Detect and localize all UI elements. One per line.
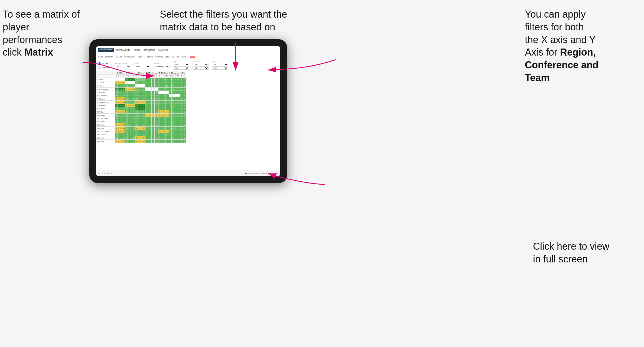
table-row: 6. C Lamprecht 300-16 24124 3000 1106 03… — [96, 94, 186, 97]
region-label: Region — [173, 61, 189, 63]
toolbar-refresh[interactable]: ⟳ — [104, 172, 106, 174]
players-select2[interactable]: (All) — [212, 66, 228, 70]
annotation-topmid-text: Select the filters you want the matrix d… — [160, 9, 287, 33]
sub-dif5: Dif — [165, 75, 169, 78]
sub-t1: T — [120, 75, 122, 78]
toolbar-view[interactable]: 📷 View: Original — [245, 172, 258, 174]
annotation-team-bold: Team — [525, 72, 549, 83]
region-select1[interactable]: N/A — [173, 63, 189, 66]
app-logo: SCOREBOARD Powered by clippd — [98, 48, 114, 52]
sub-t3: T — [140, 75, 142, 78]
table-row: 4. M Thorbjornsen 1002 0101 1001 0101 01… — [96, 88, 186, 91]
toolbar-settings[interactable]: ⚙ — [110, 172, 112, 174]
col-gsa: 7. G Sa — [180, 71, 186, 75]
annotation-bottomright: Click here to view in full screen — [533, 240, 628, 266]
table-row: 13. J Skov Olesen 110-3 210-15 1001 220-… — [96, 117, 186, 120]
gender-label: Gender — [134, 63, 150, 65]
table-row: 11. M Ege 0101 0100 1001 0100 0301 0104 … — [96, 110, 186, 114]
gender-select[interactable]: Men's — [134, 65, 150, 68]
sub-t4: T — [152, 75, 155, 78]
gender-group: Gender Men's — [134, 63, 150, 68]
nav-rankings[interactable]: RANKINGS — [158, 49, 168, 51]
sub-t2: T — [130, 75, 132, 78]
nav-tournaments[interactable]: TOURNAMENTS — [116, 49, 131, 51]
subnav-summary2[interactable]: Summary — [155, 56, 163, 58]
sub-t5: T — [163, 75, 165, 78]
division-select[interactable]: NCAA Division I — [154, 65, 170, 68]
toolbar-watch[interactable]: 👁 Watch ▾ — [259, 172, 267, 174]
col-mthorbjornsen: 4. M Thorbjornsen — [145, 71, 158, 75]
toolbar-undo[interactable]: ↩ — [98, 172, 100, 174]
view-options: Full View Compact View — [98, 62, 111, 69]
compact-view-label[interactable]: Compact View — [98, 66, 111, 69]
sub-dif4: Dif — [154, 75, 158, 78]
players-group: Players (All) (All) — [212, 61, 228, 70]
subnav-teams[interactable]: Teams — [98, 56, 103, 58]
subnav-h2h-grid[interactable]: H2H Grid — [115, 56, 122, 58]
sub-w3: W — [135, 75, 138, 78]
sub-l3: L — [138, 75, 140, 78]
annotation-topleft-text: To see a matrix of player performances c… — [3, 9, 80, 58]
logo-powered: Powered by clippd — [99, 50, 113, 52]
compact-view-radio[interactable] — [98, 66, 101, 69]
sub-w6: W — [169, 75, 171, 78]
subnav-h2h-h[interactable]: H2H H... — [181, 56, 188, 58]
max-players-label: Max players in view — [115, 63, 131, 65]
table-row: 1. W Ding 12011 110-2 12017 1300 01013 0… — [96, 78, 186, 81]
subnav-players[interactable]: Players — [147, 56, 153, 58]
toolbar-grid[interactable]: ⊞▾ — [269, 172, 271, 174]
sub-l6: L — [171, 75, 174, 78]
division-group: Division NCAA Division I — [154, 63, 170, 68]
sub-dif1: Dif — [122, 75, 125, 78]
table-row: 5. M La Sasso 1006 1101 1010 1014 1031 0… — [96, 91, 186, 94]
full-view-radio[interactable] — [98, 62, 101, 65]
sub-l5: L — [161, 75, 163, 78]
subnav-h2h-heatmap[interactable]: H2H Heatmap — [124, 56, 135, 58]
toolbar-share[interactable]: ⤴ Share — [272, 172, 278, 174]
sub-l4: L — [149, 75, 152, 78]
conference-select2[interactable]: (All) — [193, 66, 209, 70]
conference-select1[interactable]: (All) — [193, 63, 209, 66]
annotation-conference-bold: Conference and — [525, 59, 599, 70]
sub-l2: L — [128, 75, 130, 78]
annotation-topright-text: You can apply filters for both the X axi… — [525, 9, 599, 83]
table-row: 12. M Riedel 110-6 1101 1001 0100 0300 0… — [96, 114, 186, 117]
col-lclanton: 2. L Clanton — [125, 71, 135, 75]
region-group: Region N/A N/A — [173, 61, 189, 70]
max-players-select[interactable]: Top 25 — [115, 65, 131, 68]
sub-w5: W — [158, 75, 161, 78]
region-select2[interactable]: N/A — [173, 66, 189, 70]
conference-label: Conference — [193, 61, 209, 63]
subnav-matrix[interactable]: Matrix — [138, 56, 142, 58]
matrix-container[interactable]: 1. W Ding 2. L Clanton 3. J Koivun 4. M … — [96, 71, 280, 171]
sub-dif6: Dif — [176, 75, 180, 78]
sub-t6: T — [174, 75, 176, 78]
table-row: 20. M Ford 331-11 3101 0107 0101 0101 01… — [96, 140, 186, 143]
toolbar-redo[interactable]: ↪ — [101, 172, 103, 174]
subnav-matrix-active[interactable]: Matrix — [190, 56, 195, 58]
sub-l7: L — [183, 75, 186, 78]
table-row: 16. K Vilips 310-25 2204 0330 3308 0101 … — [96, 127, 186, 130]
sub-empty — [96, 75, 115, 78]
division-label: Division — [154, 63, 170, 65]
subnav-summary[interactable]: Summary — [105, 56, 113, 58]
nav-teams[interactable]: TEAMS — [134, 49, 140, 51]
subnav-h2h-grid2[interactable]: H2H Grid — [172, 56, 179, 58]
sub-w4: W — [145, 75, 149, 78]
sub-nav: Teams Summary H2H Grid H2H Heatmap Matri… — [96, 54, 280, 60]
col-wding: 1. W Ding — [115, 71, 125, 75]
table-row: 19. D Ford 2001 240-20 0101 01013 0107 0… — [96, 136, 186, 140]
col-clamprecht: 6. C Lamprecht — [169, 71, 180, 75]
sub-dif3: Dif — [142, 75, 145, 78]
sub-dif2: Dif — [132, 75, 135, 78]
toolbar-zoom[interactable]: ⊞ — [107, 172, 109, 174]
full-view-label[interactable]: Full View — [98, 62, 111, 65]
nav-committee[interactable]: COMMITTEE — [144, 49, 155, 51]
players-select1[interactable]: (All) — [212, 63, 228, 66]
sub-w1: W — [115, 75, 118, 78]
table-row: 8. P Summerhays 521-48 220-16 0301 0301 … — [96, 101, 186, 104]
subnav-detail[interactable]: Detail — [165, 56, 170, 58]
col-mlasasso: 5. M La Sasso — [158, 71, 169, 75]
app-header: SCOREBOARD Powered by clippd TOURNAMENTS… — [96, 46, 280, 54]
annotation-region-bold: Region, — [560, 47, 596, 58]
